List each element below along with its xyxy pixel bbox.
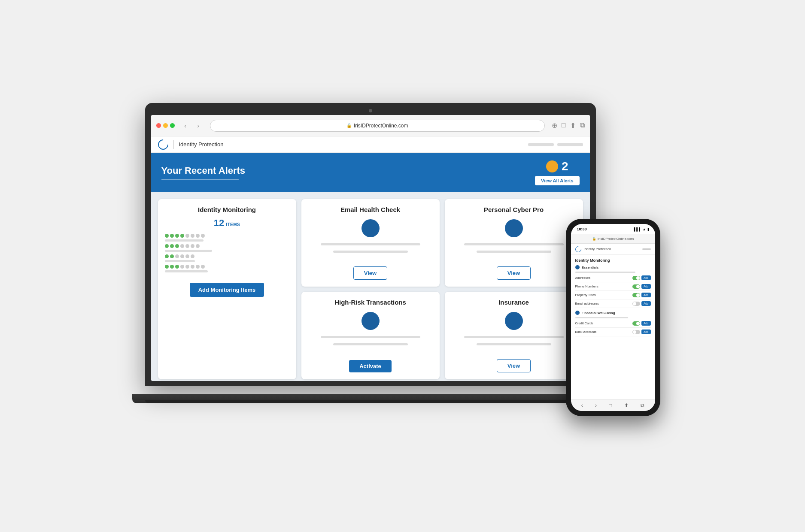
tabs-icon[interactable]: ⧉ [580,121,585,130]
cards-area: Identity Monitoring 12 ITEMS [151,192,590,381]
alerts-right: 2 View All Alerts [535,160,579,185]
alert-dot [546,160,558,172]
phone-property-titles-label: Property Titles [575,293,596,297]
phone-identity-monitoring-title: Identity Monitoring [575,258,651,263]
monitoring-dots-grid [165,234,289,275]
maximize-traffic-light[interactable] [170,123,175,128]
high-risk-line-1 [321,336,420,338]
phone-screen: 10:30 ▌▌▌ ▲ ▮ 🔒 IrisIDProtectOnline.com … [571,224,655,411]
view-all-alerts-button[interactable]: View All Alerts [535,176,579,185]
battery-icon: ▮ [647,227,649,231]
laptop-camera [369,109,372,112]
header-divider [173,140,174,149]
back-button[interactable]: ‹ [181,121,190,130]
alerts-underline [161,179,239,180]
phone-essentials-label: Essentials [582,266,599,269]
browser-chrome: ‹ › 🔒 IrisIDProtectOnline.com ⊕ □ ⬆ ⧉ [151,115,590,136]
line-1 [165,239,204,242]
close-traffic-light[interactable] [156,123,161,128]
identity-monitoring-count-label: ITEMS [226,222,240,227]
phone-time: 10:30 [577,227,587,231]
phone-url: IrisIDProtectOnline.com [598,237,634,241]
phone-forward-btn[interactable]: › [595,402,597,408]
phone-addresses-toggle[interactable] [632,276,640,280]
high-risk-title: High-Risk Transactions [334,299,406,306]
insurance-card: Insurance View [445,292,583,379]
email-health-view-button[interactable]: View [353,266,387,280]
personal-cyber-line-1 [464,243,564,245]
phone-site-title: Identity Protection [584,247,611,251]
phone-essentials-dot [575,265,580,269]
phone-credit-cards-toggle[interactable] [632,321,640,326]
phone-bank-accounts-controls: Add [632,329,651,334]
dots-row-1 [165,234,289,238]
high-risk-icon [361,312,380,330]
dots-row-2 [165,244,289,248]
phone-numbers-toggle[interactable] [632,284,640,289]
header-nav-lines [528,143,583,146]
signal-icon: ▌▌▌ [634,227,641,231]
phone-lock-icon: 🔒 [592,237,596,241]
phone-property-titles-toggle[interactable] [632,293,640,297]
phone-credit-cards-add-button[interactable]: Add [641,321,651,326]
header-line-2 [557,143,583,146]
phone-bank-accounts-add-button[interactable]: Add [641,329,651,334]
phone-credit-cards-label: Credit Cards [575,321,593,325]
personal-cyber-card: Personal Cyber Pro View [445,199,583,287]
phone-numbers-add-button[interactable]: Add [641,284,651,289]
phone-email-addresses-add-button[interactable]: Add [641,301,651,306]
alerts-banner: Your Recent Alerts 2 View All Alerts [151,153,590,192]
high-risk-line-2 [333,343,408,345]
address-bar[interactable]: 🔒 IrisIDProtectOnline.com [210,120,545,132]
phone-nav-bar: ‹ › □ ⬆ ⧉ [571,399,655,411]
insurance-title: Insurance [498,299,529,306]
personal-cyber-view-button[interactable]: View [497,266,531,280]
line-3 [165,260,195,262]
phone-email-addresses-toggle[interactable] [632,302,640,306]
add-monitoring-button[interactable]: Add Monitoring Items [190,283,264,297]
header-line-1 [528,143,554,146]
phone-email-addresses-controls: Add [632,301,651,306]
phone-addresses-add-button[interactable]: Add [641,275,651,280]
high-risk-activate-button[interactable]: Activate [349,360,392,372]
phone-item-addresses: Addresses Add [575,275,651,282]
phone-property-titles-add-button[interactable]: Add [641,293,651,297]
phone-item-credit-cards: Credit Cards Add [575,321,651,328]
personal-cyber-line-2 [477,251,551,253]
phone-bookmark-icon[interactable]: □ [609,402,612,408]
phone-browser-bar: 🔒 IrisIDProtectOnline.com [571,234,655,244]
phone-share-icon[interactable]: ⬆ [624,402,629,408]
phone: 10:30 ▌▌▌ ▲ ▮ 🔒 IrisIDProtectOnline.com … [566,219,660,416]
line-2 [165,250,212,252]
phone-credit-cards-controls: Add [632,321,651,326]
iris-logo [156,137,170,152]
email-health-title: Email Health Check [340,206,400,213]
share-icon[interactable]: ⬆ [570,121,576,130]
reader-mode-icon[interactable]: □ [562,121,566,130]
phone-item-bank-accounts: Bank Accounts Add [575,329,651,336]
high-risk-card: High-Risk Transactions Activate [301,292,440,379]
minimize-traffic-light[interactable] [163,123,168,128]
url-text: IrisIDProtectOnline.com [354,123,408,129]
email-health-icon [361,219,380,237]
laptop-body: ‹ › 🔒 IrisIDProtectOnline.com ⊕ □ ⬆ ⧉ [145,103,596,386]
site-header: Identity Protection [151,136,590,153]
alert-count-row: 2 [546,160,568,173]
phone-bank-accounts-toggle[interactable] [632,330,640,334]
insurance-view-button[interactable]: View [497,359,531,372]
phone-tabs-icon[interactable]: ⧉ [641,402,644,408]
phone-iris-logo [574,245,583,254]
new-tab-icon[interactable]: ⊕ [552,121,557,130]
phone-item-email-addresses: Email addresses Add [575,301,651,308]
lock-icon: 🔒 [346,123,352,128]
line-4 [165,270,208,272]
email-health-line-2 [333,251,408,253]
identity-monitoring-title: Identity Monitoring [198,206,256,213]
phone-back-btn[interactable]: ‹ [581,402,583,408]
forward-button[interactable]: › [194,121,203,130]
wifi-icon: ▲ [643,227,646,231]
phone-financial-dot [575,311,580,315]
phone-content: Identity Monitoring Essentials Addresses… [571,255,655,399]
phone-addresses-controls: Add [632,275,651,280]
phone-item-property-titles: Property Titles Add [575,293,651,299]
